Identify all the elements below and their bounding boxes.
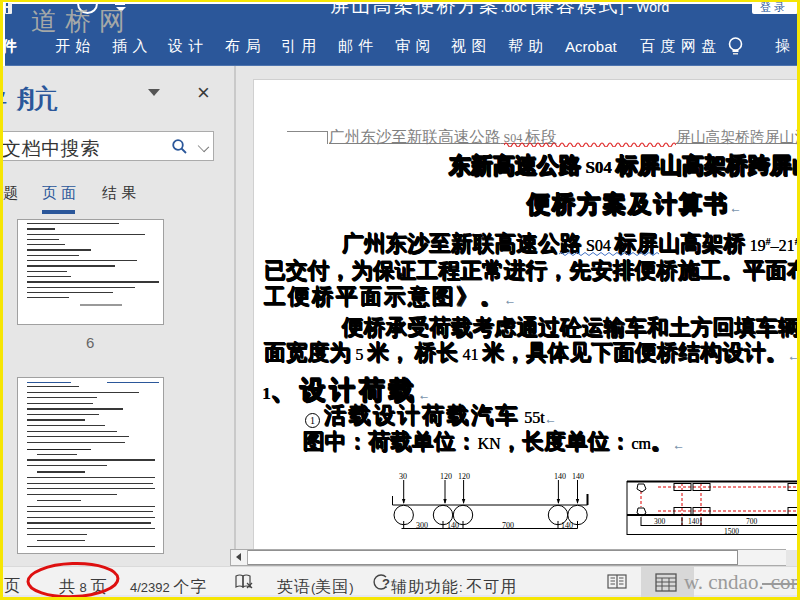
svg-text:140: 140	[561, 521, 573, 530]
svg-text:1500: 1500	[724, 527, 739, 536]
svg-text:30: 30	[399, 472, 407, 481]
svg-text:120: 120	[440, 472, 452, 481]
svg-text:120: 120	[458, 472, 470, 481]
svg-text:700: 700	[746, 517, 758, 526]
svg-text:300: 300	[416, 521, 428, 530]
svg-text:?: ?	[382, 576, 390, 591]
svg-text:140: 140	[572, 472, 584, 481]
svg-text:140: 140	[447, 521, 459, 530]
svg-text:140: 140	[688, 517, 700, 526]
svg-text:300: 300	[654, 517, 666, 526]
svg-text:700: 700	[502, 521, 514, 530]
svg-text:140: 140	[554, 472, 566, 481]
